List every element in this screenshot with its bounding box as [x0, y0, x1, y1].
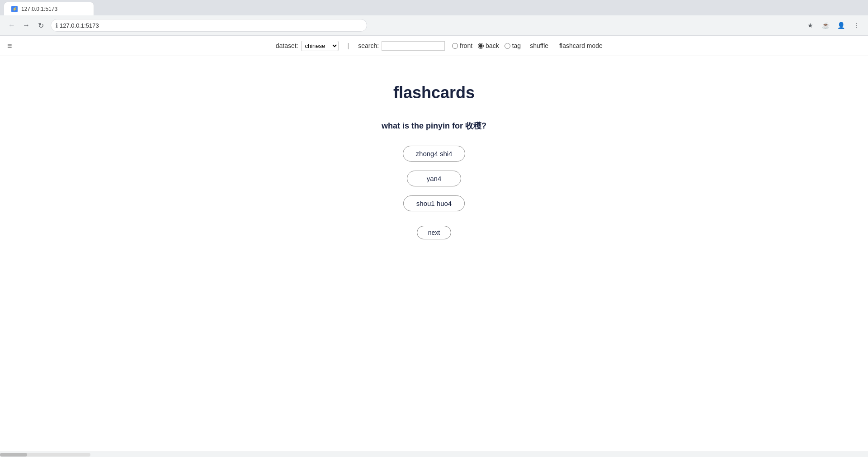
radio-front-label[interactable]: front — [452, 42, 472, 49]
dataset-label: dataset: — [276, 42, 298, 49]
app-toolbar: ≡ dataset: chinese japanese korean | sea… — [0, 36, 868, 56]
radio-tag-label[interactable]: tag — [505, 42, 521, 49]
back-nav-button[interactable]: ← — [5, 19, 18, 32]
toolbar-center: dataset: chinese japanese korean | searc… — [19, 41, 861, 51]
address-bar[interactable]: ℹ 127.0.0.1:5173 — [51, 19, 367, 32]
radio-front-text: front — [460, 42, 472, 49]
search-label: search: — [358, 42, 379, 49]
main-content: flashcards what is the pinyin for 收穫? zh… — [0, 56, 868, 257]
nav-buttons: ← → ↻ — [5, 19, 47, 32]
radio-tag-text: tag — [512, 42, 521, 49]
flashcard-mode-button[interactable]: flashcard mode — [557, 41, 604, 50]
answer-option-2[interactable]: yan4 — [407, 171, 461, 186]
bookmark-icon[interactable]: ★ — [804, 19, 816, 32]
reload-button[interactable]: ↻ — [34, 19, 47, 32]
tab-bar: ⚡ 127.0.0.1:5173 — [0, 0, 868, 15]
search-control: search: — [358, 41, 445, 51]
extension-icon[interactable]: ☕ — [819, 19, 832, 32]
browser-toolbar: ← → ↻ ℹ 127.0.0.1:5173 ★ ☕ 👤 ⋮ — [0, 15, 868, 35]
radio-back-input[interactable] — [478, 43, 484, 49]
radio-back-text: back — [486, 42, 499, 49]
browser-tab[interactable]: ⚡ 127.0.0.1:5173 — [4, 2, 94, 15]
toolbar-separator: | — [348, 42, 349, 49]
browser-chrome: ⚡ 127.0.0.1:5173 ← → ↻ ℹ 127.0.0.1:5173 … — [0, 0, 868, 36]
page-title: flashcards — [393, 83, 475, 102]
next-button[interactable]: next — [417, 226, 451, 239]
answer-option-1[interactable]: zhong4 shi4 — [403, 146, 466, 162]
dataset-control: dataset: chinese japanese korean — [276, 41, 339, 51]
tab-favicon: ⚡ — [11, 6, 18, 12]
lock-icon: ℹ — [56, 22, 58, 29]
answer-options: zhong4 shi4 yan4 shou1 huo4 — [403, 146, 466, 211]
hamburger-menu-icon[interactable]: ≡ — [7, 41, 12, 51]
profile-icon[interactable]: 👤 — [835, 19, 847, 32]
browser-actions: ★ ☕ 👤 ⋮ — [804, 19, 863, 32]
forward-nav-button[interactable]: → — [20, 19, 33, 32]
radio-tag-input[interactable] — [505, 43, 510, 49]
shuffle-button[interactable]: shuffle — [528, 41, 550, 50]
radio-front-input[interactable] — [452, 43, 458, 49]
search-input[interactable] — [382, 41, 445, 51]
answer-option-3[interactable]: shou1 huo4 — [403, 195, 465, 211]
question-text: what is the pinyin for 收穫? — [382, 120, 486, 131]
url-text: 127.0.0.1:5173 — [60, 22, 99, 29]
radio-back-label[interactable]: back — [478, 42, 499, 49]
tab-title: 127.0.0.1:5173 — [21, 6, 57, 12]
radio-group: front back tag — [452, 42, 521, 49]
dataset-select[interactable]: chinese japanese korean — [301, 41, 339, 51]
menu-icon[interactable]: ⋮ — [850, 19, 863, 32]
